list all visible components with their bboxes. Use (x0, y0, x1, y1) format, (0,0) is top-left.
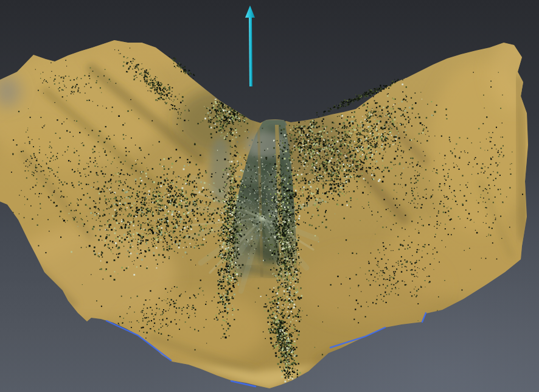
app-window: { "viewport": { "kind": "3d-render-view"… (0, 0, 539, 392)
scene-canvas (0, 0, 539, 392)
viewport-3d[interactable] (0, 0, 539, 392)
arrow-shaft (249, 17, 252, 86)
